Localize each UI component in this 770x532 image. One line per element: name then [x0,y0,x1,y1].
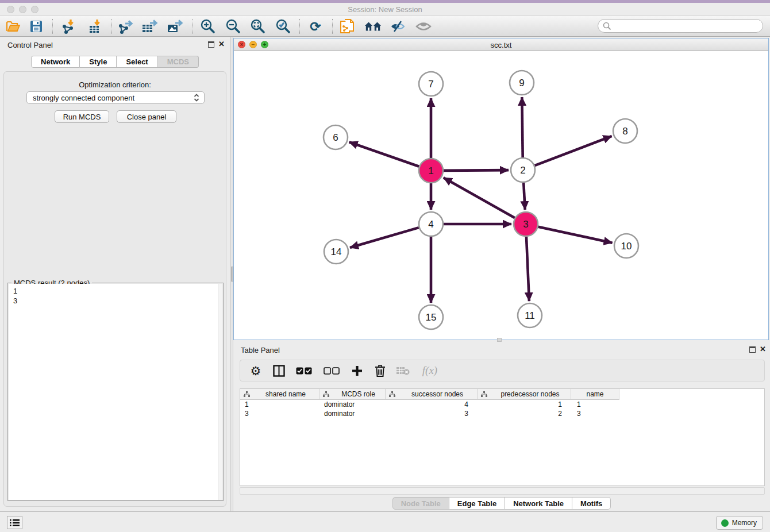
graph-node-label: 8 [622,126,627,137]
criterion-select[interactable]: strongly connected component [26,91,205,104]
graph-node-label: 9 [519,78,524,88]
table-row[interactable]: 1dominator411 [240,400,764,409]
zoom-selected-button[interactable] [275,18,292,34]
edge-3-11[interactable] [526,237,529,301]
save-session-icon [30,20,43,33]
mcds-tab-content: Optimization criterion: strongly connect… [3,71,226,507]
zoom-fit-button[interactable] [249,18,267,34]
close-panel-button[interactable]: Close panel [117,110,176,123]
cell-predecessor-nodes[interactable]: 1 [478,400,571,409]
open-session-button[interactable] [5,18,22,34]
list-icon [10,519,20,527]
control-panel-header: Control Panel ✕ [0,37,230,53]
close-panel-icon[interactable]: ✕ [218,40,225,48]
column-header-shared-name[interactable]: shared name [240,389,319,400]
show-all-networks-button[interactable] [364,18,382,34]
delete-table-button[interactable] [395,364,410,377]
edge-4-14[interactable] [350,228,419,248]
cell-name[interactable]: 1 [571,400,619,409]
cell-shared-name[interactable]: 3 [240,409,319,418]
tab-motifs[interactable]: Motifs [572,497,611,510]
cell-successor-nodes[interactable]: 4 [386,400,478,409]
delete-column-button[interactable] [372,364,387,377]
cell-MCDS-role[interactable]: dominator [319,409,386,418]
tab-mcds[interactable]: MCDS [158,56,199,68]
task-history-button[interactable] [7,516,22,529]
edge-3-1[interactable] [444,178,515,218]
toolbar-separator [52,19,53,34]
cell-successor-nodes[interactable]: 3 [386,409,478,418]
import-network-button[interactable] [60,18,77,34]
new-network-from-selection-button[interactable] [339,18,356,34]
tab-select[interactable]: Select [117,56,157,68]
node-table-header: shared nameMCDS rolesuccessor nodesprede… [240,389,764,400]
function-builder-button[interactable]: f(x) [418,364,441,377]
cell-MCDS-role[interactable]: dominator [319,400,386,409]
float-panel-icon[interactable] [208,41,214,48]
export-network-button[interactable] [117,18,134,34]
tab-edge-table[interactable]: Edge Table [449,497,505,510]
edge-1-2[interactable] [444,170,509,171]
column-settings-button[interactable]: ⚙ [248,364,263,377]
edge-2-9[interactable] [522,97,522,157]
show-selection-button[interactable] [415,18,432,34]
zoom-in-button[interactable] [199,18,217,34]
tab-network-table[interactable]: Network Table [505,497,572,510]
edge-2-8[interactable] [535,136,612,165]
float-panel-icon[interactable] [749,346,756,353]
edge-2-3[interactable] [523,183,525,210]
export-image-button[interactable] [166,18,183,34]
network-view-window: × − + scc.txt 1234678910111415 [233,38,769,340]
node-table: shared nameMCDS rolesuccessor nodesprede… [240,388,765,486]
column-header-successor-nodes[interactable]: successor nodes [386,389,478,400]
hide-selection-button[interactable] [389,18,406,34]
column-header-predecessor-nodes[interactable]: predecessor nodes [478,389,571,400]
hierarchy-icon [244,391,250,398]
new-network-from-selection-icon [340,18,356,34]
table-row[interactable]: 3dominator323 [240,409,764,418]
run-mcds-button[interactable]: Run MCDS [55,110,109,123]
refresh-button[interactable]: ⟳ [307,18,324,34]
edge-3-10[interactable] [538,227,612,243]
hierarchy-icon [481,391,487,398]
column-header-name[interactable]: name [571,389,619,400]
toggle-panel-button[interactable] [271,364,286,377]
control-panel-tabs: NetworkStyleSelectMCDS [0,56,230,68]
cell-predecessor-nodes[interactable]: 2 [478,409,571,418]
edge-1-6[interactable] [349,142,419,166]
app-title-bar: Session: New Session [0,3,770,16]
window-splitter-handle[interactable] [497,338,502,342]
select-all-icon [296,367,312,375]
tab-node-table[interactable]: Node Table [392,497,449,510]
export-table-button[interactable] [141,18,158,34]
cell-shared-name[interactable]: 1 [240,400,319,409]
cell-name[interactable]: 3 [571,409,619,418]
column-header-MCDS-role[interactable]: MCDS role [319,389,386,400]
tab-network[interactable]: Network [31,56,80,68]
table-panel-header: Table Panel ✕ [233,342,770,358]
graph-node-label: 7 [428,79,433,90]
table-horizontal-scrollbar[interactable] [240,487,765,495]
trash-icon [375,365,386,377]
select-all-button[interactable] [294,364,314,377]
close-panel-icon[interactable]: ✕ [760,345,766,353]
tab-style[interactable]: Style [80,56,117,68]
graph-node-label: 4 [428,219,433,230]
search-input[interactable] [598,19,763,33]
mcds-result-text[interactable]: 1 3 [9,284,218,500]
memory-button[interactable]: Memory [716,516,763,530]
mcds-result-scrollbar[interactable] [218,284,222,500]
criterion-select-value: strongly connected component [27,94,192,102]
table-toolbar: ⚙ [240,360,765,381]
graph-node-label: 2 [520,165,525,176]
save-session-button[interactable] [28,18,45,34]
deselect-all-button[interactable] [322,364,341,377]
import-table-button[interactable] [86,18,103,34]
control-panel-title: Control Panel [7,41,53,49]
zoom-out-button[interactable] [225,18,242,34]
toolbar-separator [111,19,112,34]
show-all-networks-icon [364,20,382,33]
network-window-title-bar[interactable]: × − + scc.txt [234,38,768,51]
network-graph-canvas[interactable]: 1234678910111415 [234,51,768,340]
create-column-button[interactable] [349,364,364,377]
